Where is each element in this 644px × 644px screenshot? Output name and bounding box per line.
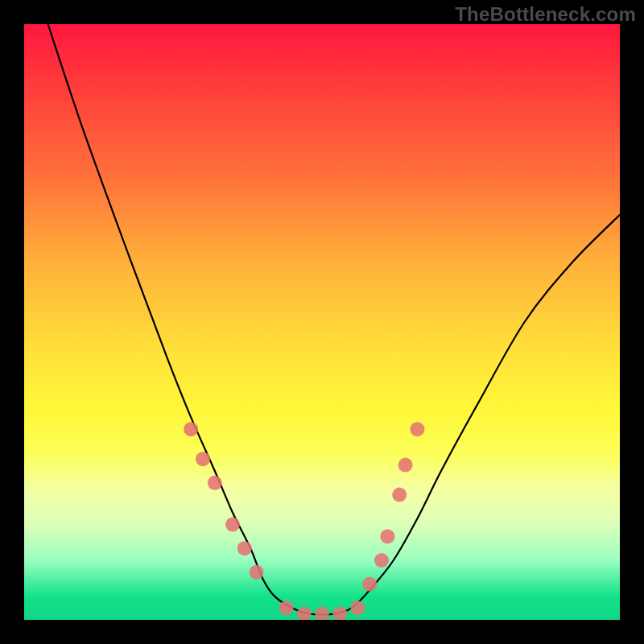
- curve-marker: [297, 607, 312, 620]
- watermark-text: TheBottleneck.com: [455, 3, 636, 26]
- curve-marker: [208, 476, 222, 490]
- curve-markers: [184, 422, 424, 620]
- curve-svg: [24, 24, 620, 620]
- curve-marker: [315, 607, 329, 620]
- curve-marker: [196, 452, 210, 466]
- curve-marker: [374, 553, 389, 568]
- chart-frame: TheBottleneck.com: [0, 0, 644, 644]
- curve-marker: [362, 577, 377, 592]
- curve-marker: [410, 422, 424, 436]
- plot-area: [24, 24, 620, 620]
- curve-marker: [184, 422, 198, 436]
- curve-marker: [279, 601, 294, 615]
- curve-marker: [250, 565, 264, 580]
- curve-marker: [392, 488, 407, 502]
- curve-marker: [398, 458, 413, 473]
- curve-marker: [350, 601, 365, 615]
- curve-marker: [332, 607, 347, 620]
- curve-marker: [225, 518, 240, 532]
- bottleneck-curve: [48, 24, 620, 615]
- curve-marker: [237, 541, 252, 555]
- curve-marker: [380, 529, 394, 543]
